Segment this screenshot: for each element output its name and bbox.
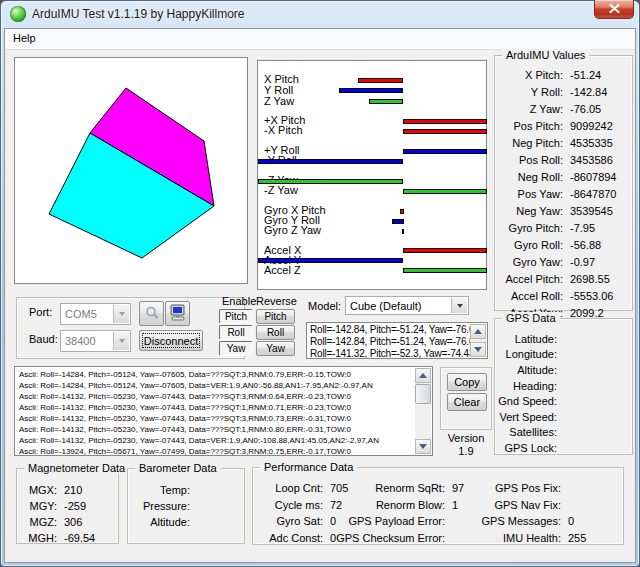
arrow-down-icon	[419, 444, 427, 449]
gps-data-group: GPS Data Latitude: Longitude: Altitude:	[494, 318, 633, 455]
value-label: GPS Payload Error:	[331, 515, 445, 527]
ascii-log-scrollbar[interactable]	[415, 368, 431, 454]
terminal-button[interactable]	[165, 301, 190, 326]
copy-button[interactable]: Copy	[447, 373, 487, 391]
value-label: Y Roll:	[495, 86, 563, 98]
value-label: MGZ:	[17, 516, 57, 528]
value-label: Gyro Yaw:	[495, 256, 563, 268]
port-select[interactable]: COM5	[60, 303, 131, 325]
baud-dropdown-button[interactable]	[113, 332, 129, 350]
value-label: Accel Pitch:	[495, 273, 563, 285]
close-button[interactable]	[594, 0, 634, 19]
value-text: -69.54	[64, 532, 95, 544]
scroll-up-button[interactable]	[415, 368, 431, 383]
value-label: Altitude:	[495, 364, 557, 376]
enable-toggle-button[interactable]: Pitch	[219, 309, 253, 324]
value-row: Heading:	[495, 378, 632, 394]
value-label: IMU Health:	[481, 532, 561, 544]
scroll-down-button[interactable]	[470, 342, 486, 357]
value-text: 210	[64, 484, 82, 496]
value-bar	[400, 209, 404, 214]
value-label: Pressure:	[128, 500, 190, 512]
enable-toggle-button[interactable]: Roll	[219, 325, 253, 340]
value-label: Latitude:	[495, 333, 557, 345]
value-label: Vert Speed:	[495, 411, 557, 423]
performance-group: Performance Data Loop Cnt: 705 Cycle ms:…	[252, 467, 624, 545]
cube-render	[15, 58, 247, 283]
model-select[interactable]: Cube (Default)	[345, 296, 469, 315]
value-row: Renorm SqRt: 97	[331, 480, 464, 497]
reverse-toggle-button[interactable]: Yaw	[256, 341, 295, 356]
value-label: Gyro Pitch:	[495, 222, 563, 234]
enable-toggle-button[interactable]: Yaw	[219, 341, 253, 356]
value-row: MGH: -69.54	[17, 530, 118, 546]
close-icon	[609, 3, 620, 15]
scan-ports-button[interactable]	[139, 301, 164, 326]
value-text: 3539545	[570, 205, 613, 217]
scroll-down-button[interactable]	[415, 439, 431, 454]
value-label: MGH:	[17, 532, 57, 544]
value-row: Pos Roll: 3453586	[495, 151, 632, 168]
reverse-toggle-button[interactable]: Roll	[256, 325, 295, 340]
bar-label: Gyro Z Yaw	[264, 225, 321, 236]
value-row: Gyro Yaw: -0.97	[495, 253, 632, 270]
value-text: -8647870	[570, 188, 617, 200]
port-dropdown-button[interactable]	[113, 305, 129, 323]
value-label: Neg Yaw:	[495, 205, 563, 217]
value-row: Pos Pitch: 9099242	[495, 117, 632, 134]
value-bar	[339, 88, 403, 93]
ascii-log-line: Ascii: Roll=-14132, Pitch=-05230, Yaw=-0…	[19, 424, 414, 435]
arduimu-values-group: ArduIMU Values X Pitch: -51.24 Y Roll: -…	[494, 55, 633, 311]
value-row: Vert Speed:	[495, 409, 632, 425]
value-label: Cycle ms:	[259, 499, 323, 511]
gps-data-title: GPS Data	[502, 312, 560, 324]
bar-label: Accel Z	[264, 265, 301, 276]
barometer-list: Temp: Pressure: Altitude:	[128, 469, 244, 530]
value-text: -142.84	[570, 86, 607, 98]
chevron-down-icon	[457, 304, 463, 308]
version-number: 1.9	[440, 445, 492, 458]
value-row: Accel Pitch: 2698.55	[495, 270, 632, 287]
value-row: Pos Yaw: -8647870	[495, 185, 632, 202]
value-row: Z Yaw: -76.05	[495, 100, 632, 117]
value-label: GPS Messages:	[481, 515, 561, 527]
value-bar	[403, 129, 487, 134]
reverse-toggle-button[interactable]: Pitch	[256, 309, 295, 324]
value-row: Neg Roll: -8607894	[495, 168, 632, 185]
value-text: 3453586	[570, 154, 613, 166]
scroll-up-button[interactable]	[470, 324, 486, 339]
value-text: -5553.06	[570, 290, 613, 302]
value-row: Renorm Blow: 1	[331, 497, 464, 514]
clear-button[interactable]: Clear	[447, 393, 487, 411]
value-row: GPS Checksum Error:	[331, 530, 464, 547]
value-label: Satellites:	[495, 426, 557, 438]
value-text: 2099.2	[570, 307, 604, 319]
computer-icon	[169, 304, 187, 323]
connection-group: Port: COM5 Baud:	[16, 297, 245, 359]
value-label: Temp:	[128, 484, 190, 496]
value-label: Pos Pitch:	[495, 120, 563, 132]
value-label: Loop Cnt:	[259, 482, 323, 494]
value-label: Neg Pitch:	[495, 137, 563, 149]
rpy-lines: Roll=-142.84, Pitch=-51.24, Yaw=-76.05Ro…	[310, 324, 469, 359]
value-row: Latitude:	[495, 331, 632, 347]
scrollbar-thumb[interactable]	[415, 384, 431, 404]
menu-item-help[interactable]: Help	[5, 29, 44, 47]
value-text: 1	[452, 499, 458, 511]
rpy-scrollbar[interactable]	[470, 324, 486, 357]
bar-label: Z Yaw	[264, 96, 294, 107]
model-label: Model:	[308, 300, 341, 312]
disconnect-button[interactable]: Disconnect	[139, 330, 203, 351]
window-title: ArduIMU Test v1.1.19 by HappyKillmore	[32, 7, 245, 21]
rpy-listbox[interactable]: Roll=-142.84, Pitch=-51.24, Yaw=-76.05Ro…	[306, 322, 488, 359]
magnifier-icon	[144, 305, 160, 323]
ascii-log[interactable]: Ascii: Roll=-14284, Pitch=-05124, Yaw=-0…	[14, 366, 433, 456]
value-row: MGZ: 306	[17, 514, 118, 530]
bar-label: -X Pitch	[264, 125, 303, 136]
value-text: 255	[568, 532, 586, 544]
value-bar	[258, 258, 403, 263]
version-word: Version	[440, 432, 492, 445]
model-dropdown-button[interactable]	[451, 298, 467, 313]
baud-select[interactable]: 38400	[60, 330, 131, 352]
performance-col2: Renorm SqRt: 97 Renorm Blow: 1 GPS Paylo…	[331, 480, 464, 546]
